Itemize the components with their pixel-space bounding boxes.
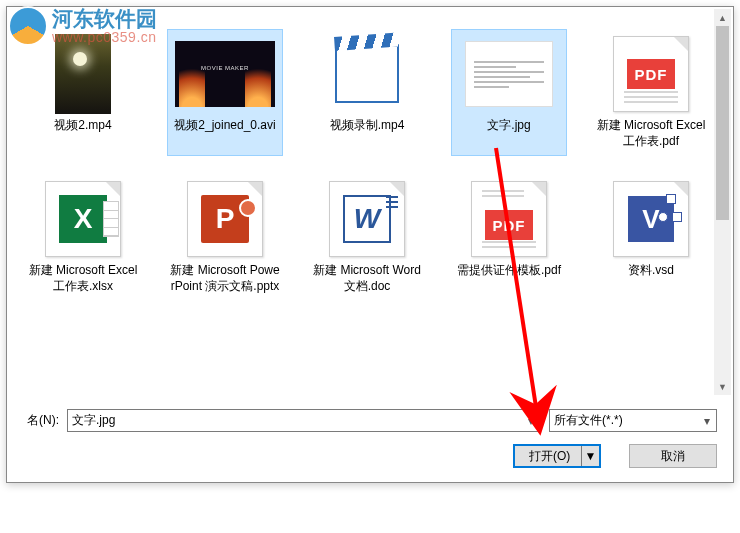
cancel-button-label: 取消 — [661, 448, 685, 465]
scroll-down-icon[interactable]: ▼ — [714, 378, 731, 395]
scroll-up-icon[interactable]: ▲ — [714, 9, 731, 26]
file-type-filter[interactable]: 所有文件(*.*) ▾ — [549, 409, 717, 432]
file-label: 新建 Microsoft Word 文档.doc — [312, 263, 422, 294]
file-label: 新建 Microsoft PowerPoint 演示文稿.pptx — [170, 263, 280, 294]
pdf-icon: PDF — [613, 36, 689, 112]
file-item[interactable]: 文字.jpg — [451, 29, 567, 156]
filter-value: 所有文件(*.*) — [554, 412, 623, 429]
open-button-label: 打开(O) — [529, 448, 570, 465]
filename-value: 文字.jpg — [72, 412, 115, 429]
visio-icon: V — [613, 181, 689, 257]
file-item[interactable]: P 新建 Microsoft PowerPoint 演示文稿.pptx — [167, 174, 283, 301]
file-item[interactable]: PDF 新建 Microsoft Excel 工作表.pdf — [593, 29, 709, 156]
video-thumb-icon: MOVIE MAKER — [175, 41, 275, 107]
powerpoint-icon: P — [187, 181, 263, 257]
cancel-button[interactable]: 取消 — [629, 444, 717, 468]
chevron-down-icon[interactable]: ▾ — [698, 411, 715, 430]
file-item[interactable]: PDF 需提供证件模板.pdf — [451, 174, 567, 301]
file-label: 视频2.mp4 — [54, 118, 111, 134]
file-label: 需提供证件模板.pdf — [457, 263, 561, 279]
open-button-dropdown[interactable]: ▼ — [581, 446, 599, 466]
file-item[interactable]: MOVIE MAKER 视频2_joined_0.avi — [167, 29, 283, 156]
chevron-down-icon[interactable]: ▾ — [522, 411, 539, 430]
file-item[interactable]: 视频录制.mp4 — [309, 29, 425, 156]
file-list[interactable]: 视频2.mp4 MOVIE MAKER 视频2_joined_0.avi 视频录… — [7, 7, 733, 397]
watermark: 河东软件园 www.pc0359.cn — [8, 6, 157, 46]
file-label: 文字.jpg — [487, 118, 530, 134]
file-label: 视频录制.mp4 — [330, 118, 405, 134]
open-button[interactable]: 打开(O) ▼ — [513, 444, 601, 468]
filename-input[interactable]: 文字.jpg ▾ — [67, 409, 541, 432]
clapperboard-icon — [335, 45, 399, 103]
video-thumb-icon — [55, 34, 111, 114]
word-icon: W — [329, 181, 405, 257]
excel-icon: X — [45, 181, 121, 257]
open-file-dialog: 视频2.mp4 MOVIE MAKER 视频2_joined_0.avi 视频录… — [6, 6, 734, 483]
file-item[interactable]: V 资料.vsd — [593, 174, 709, 301]
filename-label: 名(N): — [13, 412, 59, 429]
dialog-bottom-bar: 名(N): 文字.jpg ▾ 所有文件(*.*) ▾ 打开(O) ▼ 取消 — [7, 397, 733, 482]
image-thumb-icon — [465, 41, 553, 107]
file-label: 新建 Microsoft Excel 工作表.xlsx — [28, 263, 138, 294]
site-logo-icon — [8, 6, 48, 46]
file-item[interactable]: 视频2.mp4 — [25, 29, 141, 156]
file-label: 资料.vsd — [628, 263, 674, 279]
file-label: 新建 Microsoft Excel 工作表.pdf — [596, 118, 706, 149]
pdf-icon: PDF — [471, 181, 547, 257]
file-item[interactable]: W 新建 Microsoft Word 文档.doc — [309, 174, 425, 301]
scroll-thumb[interactable] — [716, 26, 729, 220]
vertical-scrollbar[interactable]: ▲ ▼ — [714, 9, 731, 395]
watermark-title: 河东软件园 — [52, 7, 157, 30]
watermark-url: www.pc0359.cn — [52, 30, 157, 45]
file-item[interactable]: X 新建 Microsoft Excel 工作表.xlsx — [25, 174, 141, 301]
file-label: 视频2_joined_0.avi — [174, 118, 275, 134]
